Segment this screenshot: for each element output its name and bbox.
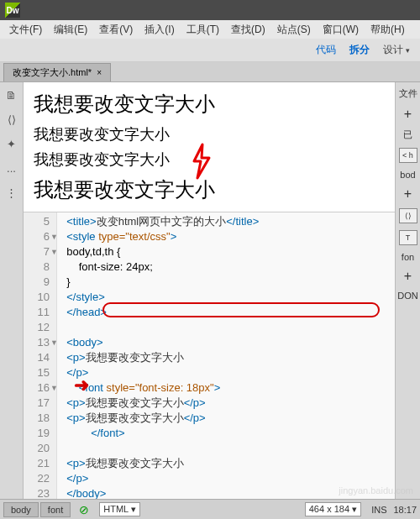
panel-item[interactable]: T (399, 230, 417, 245)
split-view-button[interactable]: 拆分 (349, 43, 370, 57)
plus-icon[interactable]: + (404, 269, 412, 284)
menu-item[interactable]: 编辑(E) (48, 23, 93, 37)
gutter-line-numbers: 56▼7▼8910111213▼141516▼17181920212223 (24, 212, 57, 499)
code-line[interactable]: <p>我想要改变文字大小</p> (60, 396, 391, 411)
code-line[interactable] (60, 320, 391, 335)
menu-item[interactable]: 站点(S) (271, 23, 317, 37)
title-bar: Dw (0, 0, 420, 20)
panel-item[interactable]: < h (399, 148, 417, 163)
files-panel-label[interactable]: 文件 (399, 87, 417, 100)
code-line[interactable]: <p>我想要改变文字大小 (60, 456, 391, 471)
toolbar-icon[interactable]: ⋮ (6, 186, 17, 199)
code-line[interactable] (60, 441, 391, 456)
code-view-button[interactable]: 代码 (316, 43, 336, 57)
menu-item[interactable]: 文件(F) (3, 23, 48, 37)
language-selector[interactable]: HTML ▾ (99, 502, 140, 516)
toolbar-icon[interactable]: ⟨⟩ (8, 113, 16, 126)
code-line[interactable]: body,td,th { (60, 244, 391, 260)
menu-bar: 文件(F)编辑(E)查看(V)插入(I)工具(T)查找(D)站点(S)窗口(W)… (0, 20, 420, 39)
annotation-arrow-icon: ➜ (74, 378, 89, 393)
code-line[interactable]: <style type="text/css"> (60, 229, 391, 244)
validation-ok-icon[interactable]: ⊘ (79, 503, 89, 516)
toolbar-icon[interactable]: ✦ (7, 138, 16, 150)
menu-item[interactable]: 窗口(W) (317, 23, 365, 37)
insert-mode[interactable]: INS (371, 505, 386, 515)
tab-title: 改变文字大小.html* (13, 66, 92, 79)
watermark: jingyan.baidu.com (339, 485, 413, 495)
code-line[interactable]: <title>改变html网页中文字的大小</title> (60, 214, 391, 229)
preview-text-18px: 我想要改变文字大小 (34, 124, 385, 144)
app-logo: Dw (5, 3, 20, 18)
code-content[interactable]: ➜ <title>改变html网页中文字的大小</title> <style t… (57, 212, 395, 499)
menu-item[interactable]: 查看(V) (93, 23, 139, 37)
code-line[interactable]: </style> (60, 290, 391, 305)
document-tab[interactable]: 改变文字大小.html* × (3, 63, 111, 81)
code-line[interactable]: </p> (60, 471, 391, 486)
code-line[interactable]: </font> (60, 426, 391, 441)
lightning-bolt-annotation (189, 143, 213, 187)
status-bar: body font ⊘ HTML ▾ 464 x 184 ▾ INS 18:17 (0, 499, 420, 519)
code-line[interactable]: </head> (60, 305, 391, 320)
code-line[interactable]: <font style="font-size: 18px"> (60, 380, 391, 396)
code-line[interactable]: </p> (60, 365, 391, 380)
breadcrumb-font[interactable]: font (40, 502, 71, 517)
close-tab-icon[interactable]: × (97, 68, 102, 77)
menu-item[interactable]: 工具(T) (181, 23, 225, 37)
plus-icon[interactable]: + (404, 107, 412, 122)
toolbar-icon[interactable]: 🗎 (6, 89, 17, 102)
view-toolbar: 代码 拆分 设计 (0, 39, 420, 62)
panel-label: 已 (403, 128, 412, 141)
code-line[interactable]: <body> (60, 335, 391, 350)
panel-item[interactable]: ⟨⟩ (399, 208, 417, 223)
viewport-size[interactable]: 464 x 184 ▾ (305, 502, 361, 516)
toolbar-icon[interactable]: ... (7, 162, 16, 175)
menu-item[interactable]: 帮助(H) (365, 23, 411, 37)
code-editor[interactable]: 56▼7▼8910111213▼141516▼17181920212223 ➜ … (24, 212, 395, 499)
right-panel: 文件 + 已 < h bod + ⟨⟩ T fon + DON (395, 82, 420, 499)
panel-label: DON (397, 291, 417, 301)
code-line[interactable]: } (60, 275, 391, 290)
code-line[interactable]: font-size: 24px; (60, 260, 391, 275)
code-line[interactable]: <p>我想要改变文字大小 (60, 350, 391, 365)
left-toolbar: 🗎⟨⟩✦...⋮ (0, 82, 24, 499)
cursor-position: 18:17 (393, 505, 417, 515)
panel-label: bod (400, 170, 415, 180)
menu-item[interactable]: 查找(D) (225, 23, 271, 37)
preview-text-24px: 我想要改变文字大小 (34, 91, 385, 118)
design-view-dropdown[interactable]: 设计 (383, 43, 410, 57)
panel-label: fon (402, 252, 414, 262)
breadcrumb-body[interactable]: body (3, 502, 39, 517)
tab-bar: 改变文字大小.html* × (0, 62, 420, 82)
menu-item[interactable]: 插入(I) (139, 23, 180, 37)
code-line[interactable]: <p>我想要改变文字大小</p> (60, 411, 391, 426)
plus-icon[interactable]: + (404, 186, 412, 202)
content-area: 我想要改变文字大小 我想要改变文字大小 我想要改变文字大小 我想要改变文字大小 … (24, 82, 395, 499)
